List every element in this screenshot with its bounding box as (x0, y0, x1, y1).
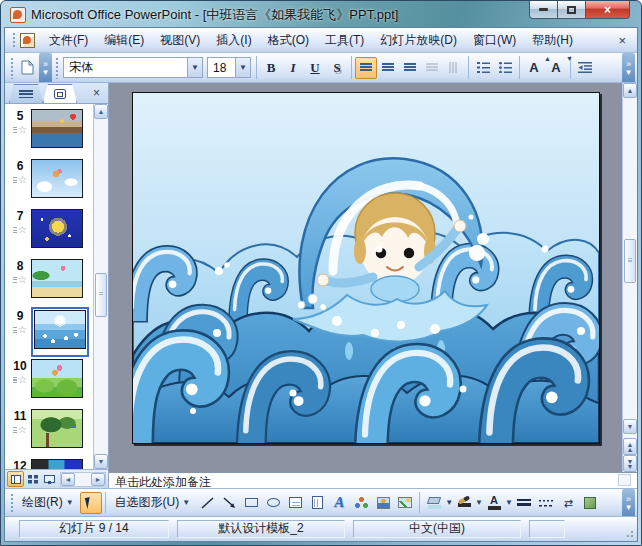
slide-7-thumbnail[interactable] (31, 209, 83, 248)
align-left-button[interactable] (355, 57, 377, 79)
next-slide-button[interactable]: ▼▼ (623, 455, 637, 472)
slide-11-thumbnail[interactable] (31, 409, 83, 448)
drawing-toolbar-drag-handle[interactable] (9, 492, 14, 513)
font-size-select[interactable]: 18 ▼ (207, 57, 251, 78)
animation-star-icon[interactable]: ☆ (13, 375, 27, 385)
line-button[interactable] (196, 492, 218, 514)
insert-picture-button[interactable] (394, 492, 416, 514)
minimize-button[interactable] (529, 1, 558, 19)
slideshow-view-button[interactable] (41, 471, 58, 487)
slide-sorter-view-button[interactable] (24, 471, 41, 487)
menu-format[interactable]: 格式(O) (260, 29, 317, 52)
distribute-button[interactable] (421, 57, 443, 79)
format-toolbar-drag-handle[interactable] (54, 56, 59, 79)
select-objects-button[interactable] (80, 492, 102, 514)
scroll-down-button[interactable]: ▼ (623, 419, 637, 434)
tab-slides[interactable] (43, 84, 77, 103)
toolbar-options-chevron[interactable]: »▾ (622, 53, 635, 82)
menu-tools[interactable]: 工具(T) (317, 29, 372, 52)
chevron-down-icon[interactable]: ▼ (505, 498, 513, 507)
font-color-button[interactable]: A (483, 492, 505, 514)
normal-view-button[interactable] (7, 471, 24, 487)
oval-button[interactable] (262, 492, 284, 514)
vertical-text-button[interactable] (443, 57, 465, 79)
increase-font-size-button[interactable]: A▲ (523, 57, 545, 79)
scrollbar-track[interactable] (623, 98, 637, 419)
arrow-style-button[interactable]: ⇄ (557, 492, 579, 514)
text-box-button[interactable] (284, 492, 306, 514)
diagram-button[interactable] (350, 492, 372, 514)
rectangle-button[interactable] (240, 492, 262, 514)
design-template-indicator[interactable]: 默认设计模板_2 (177, 520, 345, 538)
slide-editing-area[interactable] (132, 92, 600, 444)
toolbar-options-chevron[interactable]: »▾ (622, 489, 635, 516)
menu-help[interactable]: 帮助(H) (524, 29, 581, 52)
menu-view[interactable]: 视图(V) (152, 29, 208, 52)
menu-file[interactable]: 文件(F) (41, 29, 96, 52)
bullets-button[interactable] (494, 57, 516, 79)
maximize-button[interactable] (558, 1, 585, 19)
menu-slideshow[interactable]: 幻灯片放映(D) (372, 29, 465, 52)
toolbar-options-chevron[interactable]: »▾ (39, 53, 52, 82)
decrease-indent-button[interactable] (574, 57, 596, 79)
slide-8-thumbnail[interactable] (31, 259, 83, 298)
clip-art-button[interactable] (372, 492, 394, 514)
animation-star-icon[interactable]: ☆ (13, 425, 27, 435)
previous-slide-button[interactable]: ▲▲ (623, 438, 637, 455)
animation-star-icon[interactable]: ☆ (13, 175, 27, 185)
scroll-up-button[interactable]: ▲ (623, 83, 637, 98)
animation-star-icon[interactable]: ☆ (13, 275, 27, 285)
numbering-button[interactable] (472, 57, 494, 79)
language-indicator[interactable]: 中文(中国) (353, 520, 521, 538)
resize-grip[interactable] (624, 528, 634, 538)
menu-window[interactable]: 窗口(W) (465, 29, 524, 52)
animation-star-icon[interactable]: ☆ (13, 225, 27, 235)
menu-bar-drag-handle[interactable] (11, 31, 16, 49)
horizontal-scrollbar[interactable]: ◄ ► (60, 472, 106, 487)
animation-star-icon[interactable]: ☆ (13, 325, 27, 335)
close-presentation-button[interactable]: × (611, 32, 633, 49)
bold-button[interactable]: B (260, 57, 282, 79)
line-color-button[interactable] (453, 492, 475, 514)
wordart-button[interactable]: A (328, 492, 350, 514)
notes-scrollbar[interactable] (618, 474, 631, 486)
notes-pane[interactable]: 单击此处添加备注 (109, 472, 637, 488)
scroll-up-button[interactable]: ▲ (94, 104, 108, 119)
chevron-down-icon[interactable]: ▼ (475, 498, 483, 507)
line-style-button[interactable] (513, 492, 535, 514)
dash-style-button[interactable] (535, 492, 557, 514)
slide-12-thumbnail[interactable] (31, 459, 83, 469)
scroll-left-button[interactable]: ◄ (61, 473, 75, 486)
vertical-text-box-button[interactable] (306, 492, 328, 514)
decrease-font-size-button[interactable]: A▼ (545, 57, 567, 79)
shadow-button[interactable]: S (326, 57, 348, 79)
scroll-right-button[interactable]: ► (91, 473, 105, 486)
fill-color-button[interactable] (423, 492, 445, 514)
font-name-select[interactable]: 宋体 ▼ (63, 57, 203, 78)
autoshapes-button[interactable]: 自选图形(U)▼ (109, 492, 197, 514)
standard-toolbar-drag-handle[interactable] (9, 56, 14, 79)
shadow-style-button[interactable] (579, 492, 601, 514)
underline-button[interactable]: U (304, 57, 326, 79)
close-pane-button[interactable]: × (90, 86, 103, 100)
new-document-button[interactable] (16, 57, 38, 79)
menu-insert[interactable]: 插入(I) (208, 29, 259, 52)
scroll-down-button[interactable]: ▼ (94, 454, 108, 469)
slide-5-thumbnail[interactable] (31, 109, 83, 148)
animation-star-icon[interactable]: ☆ (13, 125, 27, 135)
slide-9-thumbnail[interactable] (34, 310, 86, 349)
scrollbar-track[interactable] (94, 119, 108, 454)
menu-edit[interactable]: 编辑(E) (96, 29, 152, 52)
draw-menu-button[interactable]: 绘图(R)▼ (16, 492, 80, 514)
tab-outline[interactable] (9, 84, 43, 103)
close-button[interactable]: × (585, 1, 630, 19)
scrollbar-thumb[interactable] (624, 239, 636, 283)
scrollbar-thumb[interactable] (95, 273, 107, 317)
align-center-button[interactable] (377, 57, 399, 79)
slide-10-thumbnail[interactable] (31, 359, 83, 398)
slide-6-thumbnail[interactable] (31, 159, 83, 198)
align-right-button[interactable] (399, 57, 421, 79)
arrow-button[interactable] (218, 492, 240, 514)
italic-button[interactable]: I (282, 57, 304, 79)
chevron-down-icon[interactable]: ▼ (445, 498, 453, 507)
